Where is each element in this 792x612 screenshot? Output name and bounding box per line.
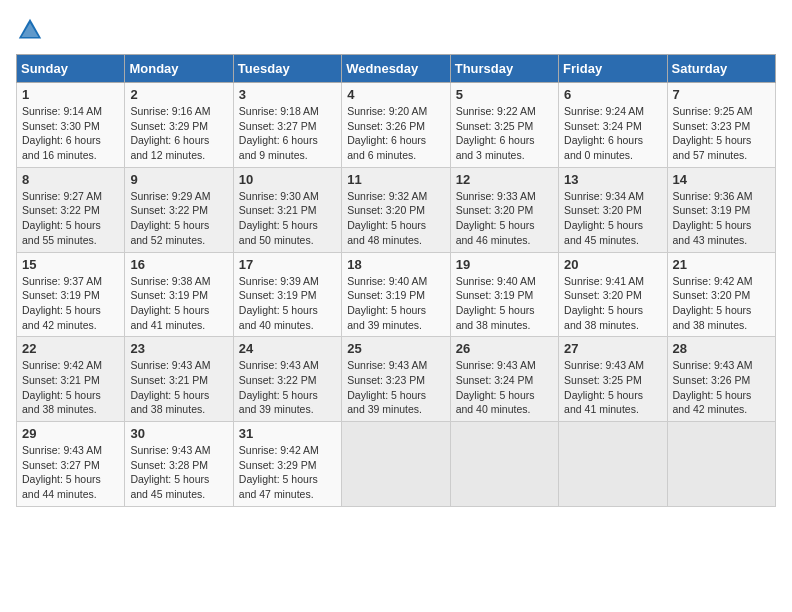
day-cell: 21 Sunrise: 9:42 AM Sunset: 3:20 PM Dayl… [667, 252, 775, 337]
sunrise-label: Sunrise: 9:24 AM [564, 105, 644, 117]
day-detail: Sunrise: 9:41 AM Sunset: 3:20 PM Dayligh… [564, 274, 661, 333]
day-detail: Sunrise: 9:20 AM Sunset: 3:26 PM Dayligh… [347, 104, 444, 163]
sunset-label: Sunset: 3:29 PM [239, 459, 317, 471]
week-row-4: 22 Sunrise: 9:42 AM Sunset: 3:21 PM Dayl… [17, 337, 776, 422]
day-cell: 24 Sunrise: 9:43 AM Sunset: 3:22 PM Dayl… [233, 337, 341, 422]
day-number: 26 [456, 341, 553, 356]
day-cell: 29 Sunrise: 9:43 AM Sunset: 3:27 PM Dayl… [17, 422, 125, 507]
sunrise-label: Sunrise: 9:43 AM [456, 359, 536, 371]
day-detail: Sunrise: 9:40 AM Sunset: 3:19 PM Dayligh… [347, 274, 444, 333]
sunset-label: Sunset: 3:21 PM [130, 374, 208, 386]
daylight-label: Daylight: 5 hours and 52 minutes. [130, 219, 209, 246]
day-number: 18 [347, 257, 444, 272]
sunset-label: Sunset: 3:27 PM [239, 120, 317, 132]
daylight-label: Daylight: 5 hours and 39 minutes. [347, 389, 426, 416]
sunset-label: Sunset: 3:23 PM [673, 120, 751, 132]
day-number: 1 [22, 87, 119, 102]
sunset-label: Sunset: 3:25 PM [564, 374, 642, 386]
day-number: 30 [130, 426, 227, 441]
day-detail: Sunrise: 9:36 AM Sunset: 3:19 PM Dayligh… [673, 189, 770, 248]
day-number: 5 [456, 87, 553, 102]
sunrise-label: Sunrise: 9:27 AM [22, 190, 102, 202]
daylight-label: Daylight: 5 hours and 48 minutes. [347, 219, 426, 246]
sunrise-label: Sunrise: 9:41 AM [564, 275, 644, 287]
sunrise-label: Sunrise: 9:43 AM [239, 359, 319, 371]
sunrise-label: Sunrise: 9:43 AM [673, 359, 753, 371]
daylight-label: Daylight: 5 hours and 42 minutes. [673, 389, 752, 416]
day-cell: 25 Sunrise: 9:43 AM Sunset: 3:23 PM Dayl… [342, 337, 450, 422]
sunset-label: Sunset: 3:22 PM [130, 204, 208, 216]
day-cell: 23 Sunrise: 9:43 AM Sunset: 3:21 PM Dayl… [125, 337, 233, 422]
day-detail: Sunrise: 9:42 AM Sunset: 3:21 PM Dayligh… [22, 358, 119, 417]
daylight-label: Daylight: 5 hours and 57 minutes. [673, 134, 752, 161]
day-number: 10 [239, 172, 336, 187]
day-number: 19 [456, 257, 553, 272]
day-cell: 3 Sunrise: 9:18 AM Sunset: 3:27 PM Dayli… [233, 83, 341, 168]
day-detail: Sunrise: 9:22 AM Sunset: 3:25 PM Dayligh… [456, 104, 553, 163]
day-detail: Sunrise: 9:38 AM Sunset: 3:19 PM Dayligh… [130, 274, 227, 333]
day-number: 29 [22, 426, 119, 441]
daylight-label: Daylight: 6 hours and 0 minutes. [564, 134, 643, 161]
week-row-5: 29 Sunrise: 9:43 AM Sunset: 3:27 PM Dayl… [17, 422, 776, 507]
daylight-label: Daylight: 5 hours and 39 minutes. [239, 389, 318, 416]
day-number: 9 [130, 172, 227, 187]
daylight-label: Daylight: 5 hours and 40 minutes. [239, 304, 318, 331]
day-cell [342, 422, 450, 507]
day-cell: 13 Sunrise: 9:34 AM Sunset: 3:20 PM Dayl… [559, 167, 667, 252]
sunset-label: Sunset: 3:25 PM [456, 120, 534, 132]
daylight-label: Daylight: 5 hours and 38 minutes. [130, 389, 209, 416]
daylight-label: Daylight: 6 hours and 6 minutes. [347, 134, 426, 161]
day-detail: Sunrise: 9:27 AM Sunset: 3:22 PM Dayligh… [22, 189, 119, 248]
sunset-label: Sunset: 3:29 PM [130, 120, 208, 132]
sunset-label: Sunset: 3:21 PM [22, 374, 100, 386]
header-row: SundayMondayTuesdayWednesdayThursdayFrid… [17, 55, 776, 83]
daylight-label: Daylight: 5 hours and 42 minutes. [22, 304, 101, 331]
sunrise-label: Sunrise: 9:18 AM [239, 105, 319, 117]
day-number: 11 [347, 172, 444, 187]
sunrise-label: Sunrise: 9:42 AM [239, 444, 319, 456]
day-detail: Sunrise: 9:39 AM Sunset: 3:19 PM Dayligh… [239, 274, 336, 333]
sunset-label: Sunset: 3:19 PM [239, 289, 317, 301]
week-row-2: 8 Sunrise: 9:27 AM Sunset: 3:22 PM Dayli… [17, 167, 776, 252]
day-number: 4 [347, 87, 444, 102]
header-day-tuesday: Tuesday [233, 55, 341, 83]
sunrise-label: Sunrise: 9:20 AM [347, 105, 427, 117]
daylight-label: Daylight: 5 hours and 45 minutes. [564, 219, 643, 246]
day-detail: Sunrise: 9:24 AM Sunset: 3:24 PM Dayligh… [564, 104, 661, 163]
sunset-label: Sunset: 3:19 PM [130, 289, 208, 301]
sunrise-label: Sunrise: 9:43 AM [22, 444, 102, 456]
day-cell: 8 Sunrise: 9:27 AM Sunset: 3:22 PM Dayli… [17, 167, 125, 252]
day-cell: 10 Sunrise: 9:30 AM Sunset: 3:21 PM Dayl… [233, 167, 341, 252]
sunrise-label: Sunrise: 9:39 AM [239, 275, 319, 287]
day-cell: 11 Sunrise: 9:32 AM Sunset: 3:20 PM Dayl… [342, 167, 450, 252]
sunrise-label: Sunrise: 9:30 AM [239, 190, 319, 202]
daylight-label: Daylight: 5 hours and 41 minutes. [130, 304, 209, 331]
daylight-label: Daylight: 5 hours and 44 minutes. [22, 473, 101, 500]
day-number: 23 [130, 341, 227, 356]
sunset-label: Sunset: 3:27 PM [22, 459, 100, 471]
daylight-label: Daylight: 5 hours and 38 minutes. [564, 304, 643, 331]
day-detail: Sunrise: 9:18 AM Sunset: 3:27 PM Dayligh… [239, 104, 336, 163]
header-day-friday: Friday [559, 55, 667, 83]
sunset-label: Sunset: 3:26 PM [347, 120, 425, 132]
daylight-label: Daylight: 5 hours and 40 minutes. [456, 389, 535, 416]
sunrise-label: Sunrise: 9:22 AM [456, 105, 536, 117]
daylight-label: Daylight: 5 hours and 43 minutes. [673, 219, 752, 246]
sunrise-label: Sunrise: 9:36 AM [673, 190, 753, 202]
day-cell [559, 422, 667, 507]
day-cell: 30 Sunrise: 9:43 AM Sunset: 3:28 PM Dayl… [125, 422, 233, 507]
daylight-label: Daylight: 5 hours and 38 minutes. [22, 389, 101, 416]
day-cell: 28 Sunrise: 9:43 AM Sunset: 3:26 PM Dayl… [667, 337, 775, 422]
day-cell: 4 Sunrise: 9:20 AM Sunset: 3:26 PM Dayli… [342, 83, 450, 168]
day-cell [450, 422, 558, 507]
day-cell: 31 Sunrise: 9:42 AM Sunset: 3:29 PM Dayl… [233, 422, 341, 507]
day-detail: Sunrise: 9:43 AM Sunset: 3:23 PM Dayligh… [347, 358, 444, 417]
sunset-label: Sunset: 3:26 PM [673, 374, 751, 386]
sunrise-label: Sunrise: 9:33 AM [456, 190, 536, 202]
sunset-label: Sunset: 3:22 PM [22, 204, 100, 216]
day-number: 25 [347, 341, 444, 356]
calendar-header: SundayMondayTuesdayWednesdayThursdayFrid… [17, 55, 776, 83]
sunrise-label: Sunrise: 9:43 AM [130, 444, 210, 456]
day-detail: Sunrise: 9:43 AM Sunset: 3:28 PM Dayligh… [130, 443, 227, 502]
daylight-label: Daylight: 5 hours and 47 minutes. [239, 473, 318, 500]
